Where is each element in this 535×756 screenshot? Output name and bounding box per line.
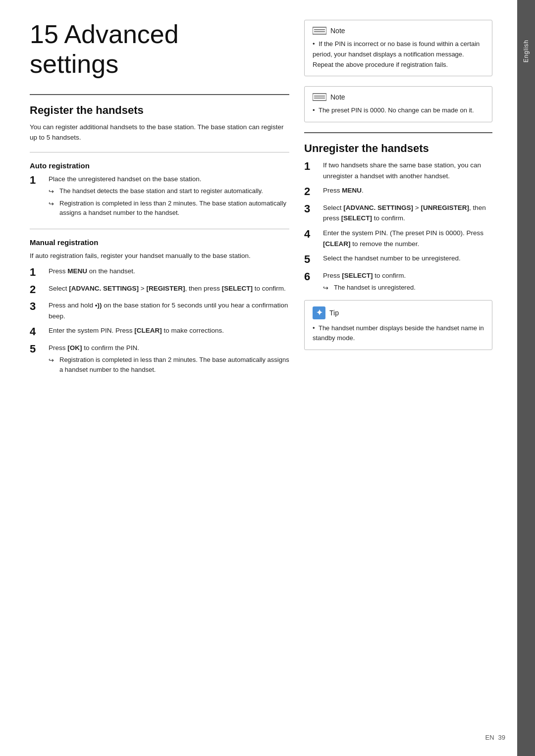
side-tab-label: English: [523, 40, 530, 62]
note-content-2: The preset PIN is 0000. No change can be…: [319, 106, 474, 114]
step-number: 1: [30, 174, 44, 187]
manual-sub-bullet-text: Registration is completed in less than 2…: [59, 355, 289, 374]
auto-step-1-text: Place the unregistered handset on the ba…: [49, 175, 201, 183]
u-step-num-1: 1: [304, 160, 318, 173]
manual-step-5: 5 Press [OK] to confirm the PIN. ↪ Regis…: [30, 343, 289, 377]
register-intro: You can register additional handsets to …: [30, 122, 289, 143]
tip-content: The handset number displays beside the h…: [313, 324, 484, 342]
tip-icon: ✦: [316, 308, 322, 317]
auto-reg-steps: 1 Place the unregistered handset on the …: [30, 174, 289, 220]
u-step-num-2: 2: [304, 185, 318, 198]
bullet-1: •: [313, 40, 315, 48]
unregister-heading: Unregister the handsets: [304, 142, 492, 155]
auto-reg-divider: [30, 152, 289, 152]
u-step-content-3: Select [ADVANC. SETTINGS] > [UNREGISTER]…: [323, 202, 492, 224]
manual-step-2: 2 Select [ADVANC. SETTINGS] > [REGISTER]…: [30, 283, 289, 296]
arrow-icon: ↪: [49, 187, 56, 197]
main-content: 15 Advancedsettings Register the handset…: [0, 0, 517, 756]
u-step-content-5: Select the handset number to be unregist…: [323, 253, 492, 264]
manual-step-5-bullets: ↪ Registration is completed in less than…: [49, 355, 289, 374]
manual-reg-heading: Manual registration: [30, 238, 289, 247]
u-sub-bullet-text: The handset is unregistered.: [334, 283, 416, 293]
sub-bullet-2: ↪ Registration is completed in less than…: [49, 199, 289, 218]
auto-step-1: 1 Place the unregistered handset on the …: [30, 174, 289, 220]
page-number: 39: [498, 734, 505, 741]
step-num-2: 2: [30, 283, 44, 296]
tip-label: Tip: [329, 309, 339, 317]
step-content-4: Enter the system PIN. Press [CLEAR] to m…: [49, 325, 289, 336]
unregister-step-2: 2 Press MENU.: [304, 185, 492, 198]
tip-text: • The handset number displays beside the…: [313, 323, 484, 344]
tip-box: ✦ Tip • The handset number displays besi…: [304, 300, 492, 351]
right-column: Note • If the PIN is incorrect or no bas…: [304, 20, 492, 736]
page-wrapper: English 15 Advancedsettings Register the…: [0, 0, 535, 756]
manual-reg-intro: If auto registration fails, register you…: [30, 251, 289, 261]
unregister-step-4: 4 Enter the system PIN. (The preset PIN …: [304, 228, 492, 249]
unregister-steps: 1 If two handsets share the same base st…: [304, 160, 492, 295]
sub-bullet-2-text: Registration is completed in less than 2…: [59, 199, 289, 218]
unregister-step-5: 5 Select the handset number to be unregi…: [304, 253, 492, 266]
tip-header: ✦ Tip: [313, 306, 484, 319]
chapter-title: 15 Advancedsettings: [30, 20, 289, 79]
note-text-1: • If the PIN is incorrect or no base is …: [313, 39, 484, 70]
note-content-1: If the PIN is incorrect or no base is fo…: [313, 40, 480, 68]
step-content-5: Press [OK] to confirm the PIN. ↪ Registr…: [49, 343, 289, 377]
note-header-1: Note: [313, 26, 484, 35]
manual-step-4: 4 Enter the system PIN. Press [CLEAR] to…: [30, 325, 289, 338]
manual-sub-bullet: ↪ Registration is completed in less than…: [49, 355, 289, 374]
u-step-content-4: Enter the system PIN. (The preset PIN is…: [323, 228, 492, 249]
svg-rect-3: [313, 94, 326, 101]
manual-step-1: 1 Press MENU on the handset.: [30, 266, 289, 279]
manual-reg-divider: [30, 229, 289, 229]
note-label-1: Note: [330, 27, 345, 35]
page-footer: EN 39: [485, 734, 505, 741]
u-step-content-6: Press [SELECT] to confirm. ↪ The handset…: [323, 270, 492, 295]
step-num-1: 1: [30, 266, 44, 279]
manual-reg-steps: 1 Press MENU on the handset. 2 Select [A…: [30, 266, 289, 376]
step-num-4: 4: [30, 325, 44, 338]
u-step-content-1: If two handsets share the same base stat…: [323, 160, 492, 181]
arrow-icon-4: ↪: [323, 283, 331, 293]
step-num-5: 5: [30, 343, 44, 355]
en-label: EN: [485, 734, 494, 741]
svg-rect-0: [313, 27, 326, 34]
sub-bullet-1-text: The handset detects the base station and…: [59, 186, 263, 196]
side-tab: English: [517, 0, 535, 756]
tip-icon-wrapper: ✦: [313, 306, 325, 319]
u-step-num-6: 6: [304, 270, 318, 283]
step-content-3: Press and hold •)) on the base station f…: [49, 300, 289, 321]
note-box-1: Note • If the PIN is incorrect or no bas…: [304, 20, 492, 76]
arrow-icon-2: ↪: [49, 199, 56, 209]
register-heading: Register the handsets: [30, 104, 289, 117]
u-sub-bullet: ↪ The handset is unregistered.: [323, 283, 492, 293]
note-icon-1: [313, 26, 326, 35]
tip-bullet: •: [313, 324, 315, 332]
note-label-2: Note: [330, 93, 345, 101]
u-step-content-2: Press MENU.: [323, 185, 492, 196]
note-text-2: • The preset PIN is 0000. No change can …: [313, 105, 484, 116]
step-num-3: 3: [30, 300, 44, 313]
chapter-number: 15: [30, 20, 58, 49]
note-header-2: Note: [313, 93, 484, 101]
sub-bullet-1: ↪ The handset detects the base station a…: [49, 186, 289, 197]
title-divider: [30, 94, 289, 95]
arrow-icon-3: ↪: [49, 355, 56, 365]
unregister-step-1: 1 If two handsets share the same base st…: [304, 160, 492, 181]
unregister-step-3: 3 Select [ADVANC. SETTINGS] > [UNREGISTE…: [304, 202, 492, 224]
left-column: 15 Advancedsettings Register the handset…: [30, 20, 289, 736]
step-content: Place the unregistered handset on the ba…: [49, 174, 289, 220]
step-content-1: Press MENU on the handset.: [49, 266, 289, 277]
step-content-2: Select [ADVANC. SETTINGS] > [REGISTER], …: [49, 283, 289, 294]
u-step-num-3: 3: [304, 202, 318, 215]
manual-step-3: 3 Press and hold •)) on the base station…: [30, 300, 289, 321]
unregister-step-6: 6 Press [SELECT] to confirm. ↪ The hands…: [304, 270, 492, 295]
unregister-step-6-bullets: ↪ The handset is unregistered.: [323, 283, 492, 293]
unregister-top-divider: [304, 132, 492, 133]
note-box-2: Note • The preset PIN is 0000. No change…: [304, 86, 492, 122]
u-step-num-5: 5: [304, 253, 318, 266]
bullet-2: •: [313, 106, 315, 114]
note-icon-2: [313, 93, 326, 101]
auto-step-1-bullets: ↪ The handset detects the base station a…: [49, 186, 289, 218]
u-step-num-4: 4: [304, 228, 318, 241]
auto-reg-heading: Auto registration: [30, 161, 289, 170]
